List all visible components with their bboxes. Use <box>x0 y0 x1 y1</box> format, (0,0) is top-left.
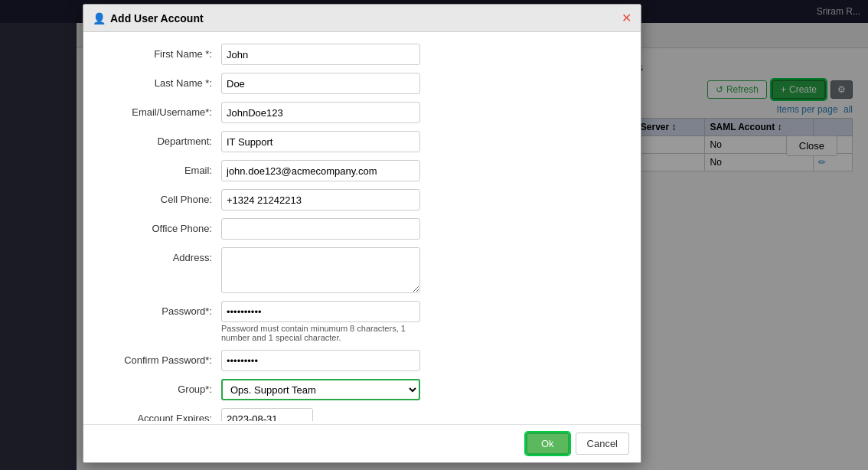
password-hint: Password must contain minumum 8 characte… <box>221 324 420 342</box>
last-name-row: Last Name *: <box>99 73 625 94</box>
last-name-input[interactable] <box>221 73 420 94</box>
confirm-password-input[interactable] <box>221 350 420 371</box>
modal-title-row: 👤 Add User Account <box>93 12 204 24</box>
cell-phone-label: Cell Phone: <box>99 189 221 205</box>
modal-body: First Name *: Last Name *: Email/Usernam… <box>83 32 641 421</box>
address-label: Address: <box>99 247 221 263</box>
modal-footer: Ok Cancel <box>83 424 641 462</box>
office-phone-row: Office Phone: <box>99 218 625 240</box>
account-expires-input[interactable] <box>221 408 313 421</box>
email-username-label: Email/Username*: <box>99 102 221 118</box>
cell-phone-input[interactable] <box>221 189 420 211</box>
add-user-modal: 👤 Add User Account ✕ First Name *: Last … <box>83 4 641 463</box>
office-phone-input[interactable] <box>221 218 420 240</box>
password-field-group: Password must contain minumum 8 characte… <box>221 301 420 342</box>
confirm-password-label: Confirm Password*: <box>99 350 221 366</box>
group-row: Group*: Ops. Support Team <box>99 379 625 400</box>
department-input[interactable] <box>221 131 420 152</box>
password-input[interactable] <box>221 301 420 322</box>
password-row: Password*: Password must contain minumum… <box>99 301 625 342</box>
email-input[interactable] <box>221 160 420 181</box>
ok-button[interactable]: Ok <box>526 432 569 455</box>
modal-user-icon: 👤 <box>93 12 106 24</box>
modal-close-button[interactable]: ✕ <box>622 11 631 25</box>
confirm-password-row: Confirm Password*: <box>99 350 625 371</box>
first-name-label: First Name *: <box>99 44 221 60</box>
department-row: Department: <box>99 131 625 152</box>
account-expires-label: Account Expires: <box>99 408 221 421</box>
email-username-input[interactable] <box>221 102 420 123</box>
modal-header: 👤 Add User Account ✕ <box>83 5 641 32</box>
address-row: Address: <box>99 247 625 293</box>
last-name-label: Last Name *: <box>99 73 221 89</box>
address-input[interactable] <box>221 247 420 293</box>
email-label: Email: <box>99 160 221 176</box>
office-phone-label: Office Phone: <box>99 218 221 234</box>
group-label: Group*: <box>99 379 221 395</box>
email-row: Email: <box>99 160 625 181</box>
account-expires-row: Account Expires: <box>99 408 625 421</box>
cell-phone-row: Cell Phone: <box>99 189 625 211</box>
email-username-row: Email/Username*: <box>99 102 625 123</box>
cancel-button[interactable]: Cancel <box>576 432 629 455</box>
first-name-row: First Name *: <box>99 44 625 65</box>
group-select[interactable]: Ops. Support Team <box>221 379 420 400</box>
password-label: Password*: <box>99 301 221 317</box>
department-label: Department: <box>99 131 221 147</box>
first-name-input[interactable] <box>221 44 420 65</box>
modal-title: Add User Account <box>110 12 204 24</box>
